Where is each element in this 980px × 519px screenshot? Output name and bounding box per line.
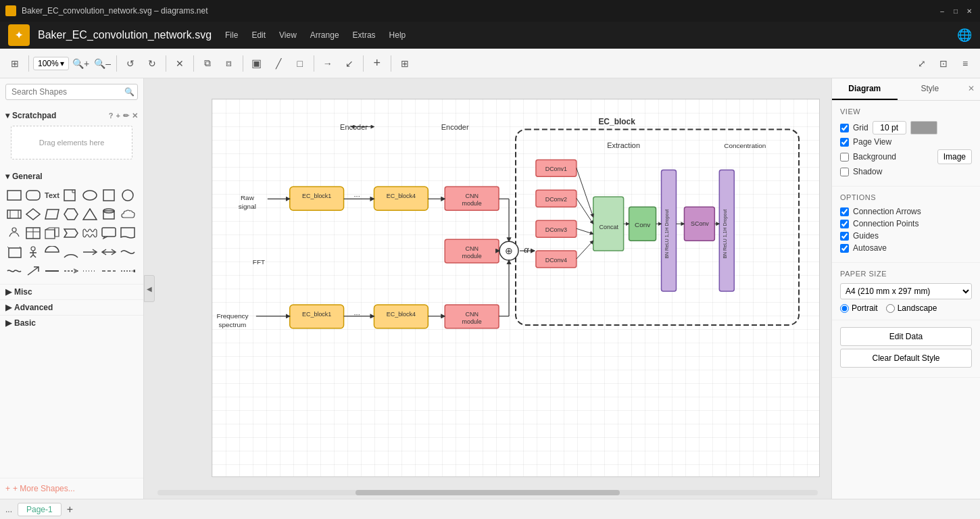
format-button[interactable]: ≡ [956,54,975,73]
scratchpad-header[interactable]: ▾ Scratchpad ? + ✏ ✕ [5,108,138,123]
delete-button[interactable]: ✕ [170,54,189,73]
shape-dashed-line[interactable] [100,262,118,280]
add-page-button[interactable]: + [67,503,73,516]
shadow-checkbox[interactable] [840,168,849,176]
waypoint-button[interactable]: ↙ [340,54,359,73]
diagram-canvas[interactable]: EC_block Encoder Encoder Raw signal FFT … [212,99,820,477]
canvas-area[interactable]: ◀ EC_block Encoder Encoder Raw signal FF… [144,78,831,499]
shape-button[interactable]: □ [291,54,310,73]
edit-data-button[interactable]: Edit Data [840,327,972,346]
misc-header[interactable]: ▶ Misc [5,287,138,297]
shape-half-circle[interactable] [43,243,61,261]
fit-page-button[interactable]: ⤢ [912,54,931,73]
shape-double-arrow[interactable] [100,243,118,261]
paste-button[interactable]: ⧈ [220,54,239,73]
shape-table[interactable] [24,224,42,242]
canvas-scrollbar[interactable] [144,489,831,496]
grid-color-swatch[interactable] [910,121,937,134]
guides-checkbox[interactable] [840,232,849,241]
shape-rounded-rect[interactable] [24,187,42,204]
more-shapes-link[interactable]: + + More Shapes... [5,484,138,493]
menu-view[interactable]: View [274,28,302,43]
shape-arc[interactable] [62,243,80,261]
scratchpad-edit-icon[interactable]: ✏ [123,112,129,120]
shape-wave-arrow[interactable] [5,262,23,280]
maximize-button[interactable]: □ [950,5,961,16]
shape-actor[interactable] [5,224,23,242]
shape-triangle[interactable] [81,205,99,223]
shape-wavy[interactable] [81,224,99,242]
more-pages-button[interactable]: ... [5,505,12,514]
scrollbar-track[interactable] [157,490,818,495]
sidebar-toggle-button[interactable]: ⊞ [5,54,24,73]
shape-rect-3d[interactable] [5,243,23,261]
connection-points-checkbox[interactable] [840,220,849,228]
scratchpad-help-icon[interactable]: ? [109,112,114,120]
search-shapes-input[interactable] [9,84,124,99]
menu-file[interactable]: File [220,28,243,43]
zoom-in-button[interactable]: 🔍+ [72,54,91,73]
panel-close-button[interactable]: ✕ [962,78,980,100]
shape-rectangle[interactable] [5,187,23,204]
shape-dot-arrow[interactable] [119,262,137,280]
shape-circle[interactable] [119,187,137,204]
general-category-header[interactable]: ▾ General [5,169,138,184]
grid-value-input[interactable] [873,121,906,134]
clear-default-style-button[interactable]: Clear Default Style [840,349,972,368]
redo-button[interactable]: ↻ [143,54,162,73]
collapse-panel-handle[interactable]: ◀ [144,275,155,302]
portrait-radio[interactable] [840,304,849,313]
shape-text[interactable]: Text [43,187,61,204]
shape-person[interactable] [24,243,42,261]
shape-cylinder[interactable] [100,205,118,223]
zoom-select[interactable]: 100% ▾ [33,57,69,70]
portrait-option[interactable]: Portrait [840,303,878,313]
shape-line[interactable] [43,262,61,280]
autosave-checkbox[interactable] [840,244,849,253]
scrollbar-thumb[interactable] [356,490,620,495]
shape-document[interactable] [119,224,137,242]
undo-button[interactable]: ↺ [121,54,140,73]
page-tab-1[interactable]: Page-1 [18,503,62,516]
shape-diamond[interactable] [24,205,42,223]
menu-extras[interactable]: Extras [347,28,381,43]
page-view-checkbox[interactable] [840,138,849,147]
landscape-option[interactable]: Landscape [886,303,937,313]
menu-help[interactable]: Help [384,28,412,43]
shape-ellipse[interactable] [81,187,99,204]
reset-view-button[interactable]: ⊡ [934,54,953,73]
minimize-button[interactable]: – [937,5,948,16]
globe-icon[interactable]: 🌐 [957,28,972,42]
landscape-radio[interactable] [886,304,895,313]
shape-3d-box[interactable] [43,224,61,242]
connection-arrows-checkbox[interactable] [840,207,849,216]
menu-edit[interactable]: Edit [246,28,271,43]
background-checkbox[interactable] [840,153,849,162]
scratchpad-close-icon[interactable]: ✕ [132,112,138,120]
grid-checkbox[interactable] [840,124,849,132]
basic-header[interactable]: ▶ Basic [5,318,138,328]
paper-size-select[interactable]: A4 (210 mm x 297 mm)A3LetterLegal [840,283,972,299]
advanced-header[interactable]: ▶ Advanced [5,303,138,312]
shape-dotted-line[interactable] [81,262,99,280]
close-button[interactable]: ✕ [964,5,975,16]
copy-button[interactable]: ⧉ [198,54,217,73]
shape-process[interactable] [5,205,23,223]
shape-diagonal-arrow[interactable] [24,262,42,280]
line-button[interactable]: ╱ [269,54,288,73]
shape-parallelogram[interactable] [43,205,61,223]
tab-diagram[interactable]: Diagram [832,78,898,100]
connector-button[interactable]: → [318,54,337,73]
tab-style[interactable]: Style [898,78,963,100]
shape-step[interactable] [62,224,80,242]
scratchpad-add-icon[interactable]: + [116,112,120,120]
shape-hexagon[interactable] [62,205,80,223]
shape-cloud[interactable] [119,205,137,223]
shape-square[interactable] [100,187,118,204]
insert-button[interactable]: + [368,54,387,73]
image-button[interactable]: Image [937,149,972,164]
menu-arrange[interactable]: Arrange [305,28,345,43]
fill-button[interactable]: ▣ [247,54,266,73]
shape-curve[interactable] [119,243,137,261]
table-button[interactable]: ⊞ [395,54,414,73]
